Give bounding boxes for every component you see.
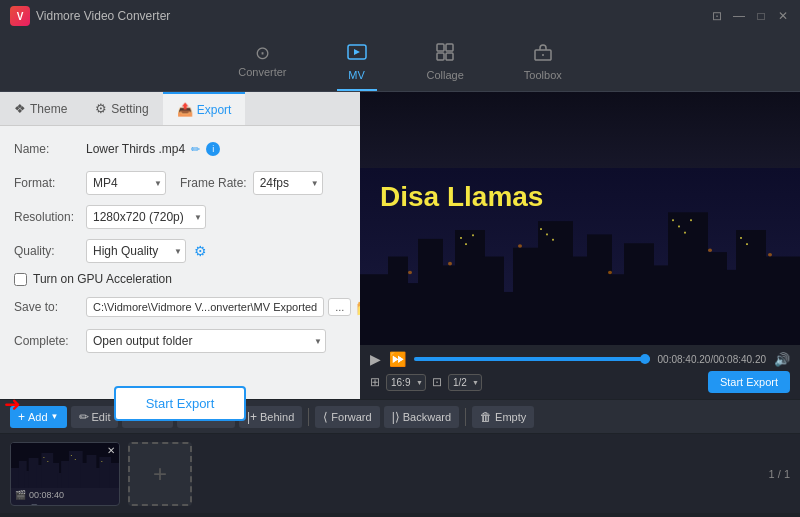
close-button[interactable]: ✕ (776, 9, 790, 23)
name-value-group: Lower Thirds .mp4 ✏ i (86, 142, 220, 156)
toolbar-divider-2 (465, 408, 466, 426)
empty-icon: 🗑 (480, 410, 492, 424)
name-value: Lower Thirds .mp4 (86, 142, 185, 156)
clip-duration: 🎬 00:08:40 (11, 488, 119, 502)
svg-rect-61 (109, 463, 119, 488)
svg-rect-13 (455, 230, 485, 345)
svg-rect-2 (446, 44, 453, 51)
backward-icon: |⟩ (392, 410, 400, 424)
resolution-select[interactable]: 1280x720 (720p) 1920x1080 (1080p) 640x48… (86, 205, 206, 229)
aspect-ratio-select[interactable]: 16:9 4:3 1:1 (386, 374, 426, 391)
clip-thumbnail (11, 443, 119, 488)
tab-collage-label: Collage (427, 69, 464, 81)
clip-play-icon[interactable]: ▶ (15, 504, 23, 506)
tab-toolbox-label: Toolbox (524, 69, 562, 81)
gpu-label: Turn on GPU Acceleration (33, 272, 172, 286)
resolution-select-wrap: 1280x720 (720p) 1920x1080 (1080p) 640x48… (86, 205, 206, 229)
svg-rect-16 (513, 248, 541, 345)
panel-tab-export[interactable]: 📤 Export (163, 92, 246, 125)
tab-converter[interactable]: ⊙ Converter (228, 38, 296, 91)
progress-bar[interactable] (414, 357, 650, 361)
skip-forward-button[interactable]: ⏩ (389, 351, 406, 367)
saveto-path: C:\Vidmore\Vidmore V...onverter\MV Expor… (86, 297, 324, 317)
svg-rect-30 (472, 234, 474, 236)
clip-duration-text: 00:08:40 (29, 490, 64, 500)
tab-mv[interactable]: MV (337, 38, 377, 91)
resolution-row: Resolution: 1280x720 (720p) 1920x1080 (1… (14, 204, 346, 230)
svg-rect-24 (705, 252, 727, 345)
backward-label: Backward (403, 411, 451, 423)
panel-tab-export-label: Export (197, 103, 232, 117)
panel-tab-theme[interactable]: ❖ Theme (0, 92, 81, 125)
start-export-button[interactable]: Start Export (114, 386, 247, 421)
quality-settings-icon[interactable]: ⚙ (194, 243, 207, 259)
svg-rect-17 (538, 221, 573, 345)
name-edit-icon[interactable]: ✏ (191, 143, 200, 156)
svg-rect-39 (746, 243, 748, 245)
svg-rect-34 (672, 219, 674, 221)
svg-rect-29 (465, 243, 467, 245)
clip-audio-icon[interactable]: 🔊 (27, 504, 39, 506)
quality-ctrl-wrap: 1/2 1/1 1/4 ▼ (448, 374, 482, 391)
maximize-button[interactable]: □ (754, 9, 768, 23)
timeline-page: 1 / 1 (769, 468, 790, 480)
clip-close-icon[interactable]: ✕ (107, 445, 115, 456)
tab-toolbox[interactable]: Toolbox (514, 38, 572, 91)
toolbox-icon (533, 42, 553, 67)
svg-rect-62 (43, 457, 44, 458)
format-select[interactable]: MP4 AVI MOV MKV (86, 171, 166, 195)
svg-rect-35 (678, 225, 680, 227)
clip-cut-icon[interactable]: ✂ (43, 504, 51, 506)
framerate-select-wrap: 24fps 30fps 60fps (253, 171, 323, 195)
svg-rect-21 (624, 243, 654, 345)
right-panel: Disa Llamas ▶ ⏩ 00:08:40.20/00:08:40.20 … (360, 92, 800, 399)
quality-ctrl-select[interactable]: 1/2 1/1 1/4 (448, 374, 482, 391)
tab-converter-label: Converter (238, 66, 286, 78)
format-select-wrap: MP4 AVI MOV MKV (86, 171, 166, 195)
backward-button[interactable]: |⟩ Backward (384, 406, 459, 428)
tab-collage[interactable]: Collage (417, 38, 474, 91)
main-content: ❖ Theme ⚙ Setting 📤 Export Name: Lower T… (0, 92, 800, 399)
start-export-right-button[interactable]: Start Export (708, 371, 790, 393)
progress-thumb (640, 354, 650, 364)
complete-select-wrap: Open output folder Do nothing Shut down (86, 329, 326, 353)
svg-rect-64 (71, 455, 72, 456)
saveto-row: Save to: C:\Vidmore\Vidmore V...onverter… (14, 294, 346, 320)
export-form: Name: Lower Thirds .mp4 ✏ i Format: MP4 … (0, 126, 360, 372)
saveto-label: Save to: (14, 300, 86, 314)
framerate-select[interactable]: 24fps 30fps 60fps (253, 171, 323, 195)
play-button[interactable]: ▶ (370, 351, 381, 367)
quality-select[interactable]: High Quality Medium Quality Low Quality (86, 239, 186, 263)
add-clip-button[interactable]: + (128, 442, 192, 506)
saveto-browse-button[interactable]: ... (328, 298, 351, 316)
svg-rect-8 (360, 274, 390, 345)
panel-tab-setting[interactable]: ⚙ Setting (81, 92, 162, 125)
svg-point-42 (518, 244, 522, 248)
name-label: Name: (14, 142, 86, 156)
app-title: Vidmore Video Converter (36, 9, 170, 23)
saveto-controls: C:\Vidmore\Vidmore V...onverter\MV Expor… (86, 297, 375, 317)
time-display: 00:08:40.20/00:08:40.20 (658, 354, 766, 365)
quality-label: Quality: (14, 244, 86, 258)
panel-tab-theme-label: Theme (30, 102, 67, 116)
svg-rect-3 (437, 53, 444, 60)
volume-icon[interactable]: 🔊 (774, 352, 790, 367)
red-arrow-icon: ➜ (4, 392, 21, 416)
titlebar-left: V Vidmore Video Converter (10, 6, 170, 26)
window-resize-icon[interactable]: ⊡ (710, 9, 724, 23)
info-icon[interactable]: i (206, 142, 220, 156)
theme-icon: ❖ (14, 101, 26, 116)
minimize-button[interactable]: — (732, 9, 746, 23)
svg-rect-31 (540, 228, 542, 230)
titlebar: V Vidmore Video Converter ⊡ — □ ✕ (0, 0, 800, 32)
svg-rect-56 (69, 451, 83, 488)
export-icon: 📤 (177, 102, 193, 117)
empty-button[interactable]: 🗑 Empty (472, 406, 534, 428)
format-row: Format: MP4 AVI MOV MKV Frame Rate: 24fp… (14, 170, 346, 196)
svg-rect-1 (437, 44, 444, 51)
svg-point-44 (708, 248, 712, 252)
complete-select[interactable]: Open output folder Do nothing Shut down (86, 329, 326, 353)
clip-controls: ▶ 🔊 ✂ (11, 502, 119, 506)
gpu-checkbox[interactable] (14, 273, 27, 286)
panel-tab-setting-label: Setting (111, 102, 148, 116)
